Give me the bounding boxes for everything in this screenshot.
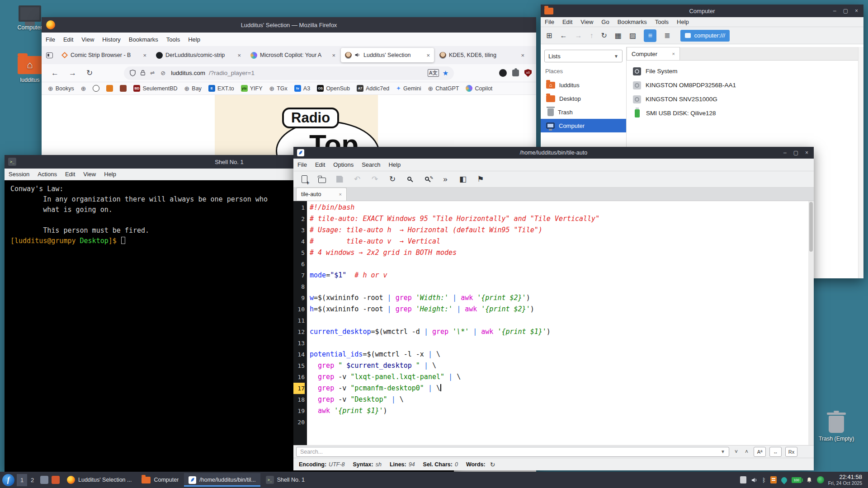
list-item-file-system[interactable]: File System	[627, 64, 858, 78]
tab-derludditus-comic-strip[interactable]: DerLudditus/comic-strip×	[152, 48, 245, 62]
extensions-puzzle-icon[interactable]	[512, 70, 519, 76]
tab-close-icon[interactable]: ×	[521, 52, 524, 59]
detailed-view-icon[interactable]: ≣	[664, 31, 670, 40]
menu-item-help[interactable]: Help	[100, 169, 120, 179]
path-button[interactable]: computer:///	[680, 30, 730, 42]
match-case-button[interactable]: Aª	[754, 447, 766, 457]
menu-item-search[interactable]: Search	[358, 160, 384, 169]
noscript-icon[interactable]: ⊘	[160, 70, 167, 76]
editor-tab[interactable]: tile-auto ×	[296, 188, 347, 201]
sidebar-item-desktop[interactable]: Desktop	[541, 92, 626, 105]
up-icon[interactable]: ↑	[590, 32, 593, 40]
maximize-button[interactable]: ▢	[793, 150, 798, 156]
find-next-icon[interactable]: ˅	[733, 449, 740, 455]
menu-item-go[interactable]: Go	[597, 17, 613, 27]
url-bar[interactable]: ⇌ ⊘ ludditus.com/?radio_player=1 A⽂ ★	[124, 66, 454, 80]
close-icon[interactable]: ×	[339, 192, 342, 197]
open-file-icon[interactable]	[317, 174, 326, 184]
icon-view-icon[interactable]: ▦	[615, 31, 622, 40]
bookmark-copilot[interactable]: Copilot	[466, 85, 492, 92]
menu-item-bookmarks[interactable]: Bookmarks	[125, 35, 162, 44]
close-button[interactable]: ×	[805, 150, 808, 156]
jump-icon[interactable]: »	[441, 174, 450, 184]
menu-item-edit[interactable]: Edit	[311, 160, 329, 169]
bookmark-a3[interactable]: tvA3	[294, 85, 310, 92]
bookmark-robot[interactable]	[120, 85, 127, 92]
list-item-kingston-om8pdp3256b-aa1[interactable]: KINGSTON OM8PDP3256B-AA1	[627, 78, 858, 92]
taskbar-task-home-ludditus-bin-til[interactable]: /home/ludditus/bin/til...	[184, 473, 260, 487]
app-menu-button[interactable]: f	[2, 474, 14, 486]
bookmark-bookys[interactable]: ⊕Bookys	[48, 85, 74, 92]
reload-icon[interactable]: ↻	[601, 31, 607, 40]
tab-close-icon[interactable]: ×	[237, 52, 241, 59]
scrollbar[interactable]	[858, 47, 863, 278]
workspace-2[interactable]: 2	[27, 474, 38, 486]
menu-item-view[interactable]: View	[77, 35, 98, 44]
scrollbar[interactable]	[808, 201, 814, 445]
menu-item-bookmarks[interactable]: Bookmarks	[613, 17, 651, 27]
thumbnail-view-icon[interactable]: ▨	[629, 31, 636, 40]
bookmark-icon[interactable]: ⚑	[476, 174, 485, 184]
bookmark-addic7ed[interactable]: A7Addic7ed	[357, 85, 389, 92]
side-pane-icon[interactable]: ◧	[458, 174, 467, 184]
taskbar-task-shell-no-1[interactable]: >_Shell No. 1	[261, 473, 309, 487]
volume-icon[interactable]	[751, 477, 758, 483]
menu-item-view[interactable]: View	[576, 17, 597, 27]
bookmark-star-icon[interactable]: ★	[443, 69, 448, 77]
menu-item-file[interactable]: File	[293, 160, 311, 169]
close-button[interactable]: ×	[855, 8, 858, 14]
bookmark-tgx[interactable]: ⊕TGx	[269, 85, 288, 92]
translate-icon[interactable]: A⽂	[428, 69, 439, 77]
menu-item-history[interactable]: History	[98, 35, 124, 44]
compact-view-icon[interactable]: ≡	[644, 29, 656, 42]
menu-item-tools[interactable]: Tools	[651, 17, 673, 27]
undo-icon[interactable]: ↶	[353, 174, 362, 184]
tab-kde5-kde6-tiling[interactable]: KDE5, KDE6, tiling×	[435, 48, 528, 62]
tab-microsoft-copilot-your-a[interactable]: Microsoft Copilot: Your A×	[246, 48, 340, 62]
location-icon[interactable]	[780, 476, 788, 484]
tab-close-icon[interactable]: ×	[426, 52, 430, 59]
tab-audio-icon[interactable]	[354, 52, 361, 58]
search-replace-icon[interactable]	[423, 174, 432, 184]
lock-icon[interactable]	[140, 70, 146, 76]
menu-item-help[interactable]: Help	[384, 160, 405, 169]
menu-item-help[interactable]: Help	[673, 17, 693, 27]
quicklaunch-icon-1[interactable]	[40, 476, 48, 484]
menu-item-file[interactable]: File	[42, 35, 59, 44]
battery-icon[interactable]: 100	[792, 477, 802, 483]
back-button[interactable]: ←	[46, 69, 64, 78]
bookmark-chatgpt[interactable]: ⊕ChatGPT	[428, 85, 459, 92]
filemanager-tab[interactable]: Computer ×	[627, 47, 680, 60]
keyboard-indicator-icon[interactable]	[740, 476, 746, 483]
close-icon[interactable]: ×	[672, 51, 675, 56]
forward-button[interactable]: →	[64, 69, 81, 78]
bookmark-bay[interactable]: ⊕Bay	[184, 85, 202, 92]
menu-item-options[interactable]: Options	[329, 160, 358, 169]
refresh-words-icon[interactable]: ↻	[490, 461, 495, 468]
menu-item-edit[interactable]: Edit	[61, 169, 79, 179]
tab-ludditus-selection[interactable]: Ludditus' Selection×	[341, 48, 434, 62]
reload-button[interactable]: ↻	[81, 68, 98, 78]
bookmark-orange[interactable]	[106, 85, 113, 92]
list-item-kingston-snv2s1000g[interactable]: KINGSTON SNV2S1000G	[627, 92, 858, 106]
sidebar-mode-select[interactable]: Lists ▼	[544, 50, 623, 62]
tab-close-icon[interactable]: ×	[143, 52, 146, 59]
sidebar-item-ludditus[interactable]: ludditus	[541, 78, 626, 92]
filemanager-titlebar[interactable]: Computer – ▢ ×	[541, 5, 863, 17]
code-area[interactable]: 1234567891011121314151617181920 #!/bin/b…	[293, 201, 808, 445]
bookmark-yify[interactable]: ytsYIFY	[241, 85, 263, 92]
menu-item-edit[interactable]: Edit	[558, 17, 576, 27]
find-previous-icon[interactable]: ˄	[743, 449, 750, 455]
forward-icon[interactable]: →	[575, 32, 582, 40]
menu-item-view[interactable]: View	[79, 169, 100, 179]
minimize-button[interactable]: –	[833, 8, 836, 14]
permissions-icon[interactable]: ⇌	[150, 70, 157, 76]
taskbar-task-computer[interactable]: Computer	[137, 473, 183, 487]
menu-item-help[interactable]: Help	[184, 35, 204, 44]
editor-titlebar[interactable]: /home/ludditus/bin/tile-auto – ▢ ×	[293, 147, 814, 159]
search-icon[interactable]	[406, 174, 415, 184]
menu-item-edit[interactable]: Edit	[59, 35, 77, 44]
redo-icon[interactable]: ↷	[370, 174, 379, 184]
new-tab-icon[interactable]: ⊞	[546, 31, 552, 40]
shield-icon[interactable]	[129, 70, 136, 76]
